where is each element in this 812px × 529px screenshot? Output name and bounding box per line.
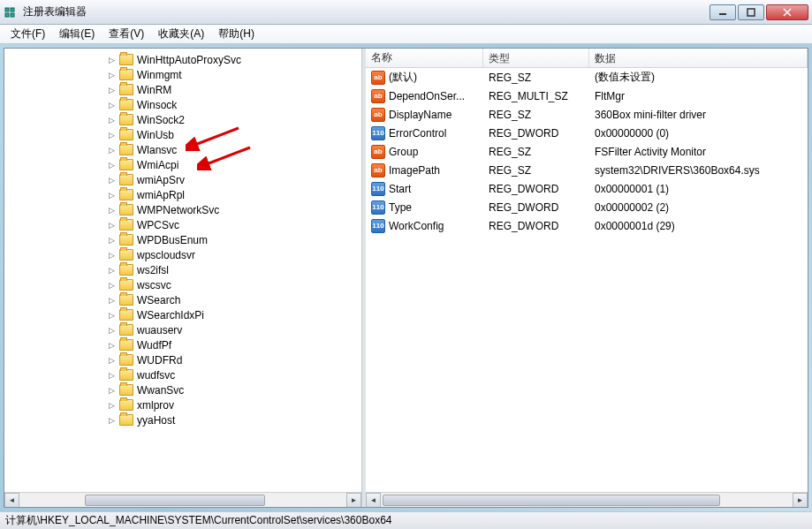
- expand-icon[interactable]: ▷: [107, 266, 116, 275]
- tree-item[interactable]: ▷Winsock: [107, 97, 361, 112]
- tree-label: WinSock2: [137, 114, 185, 126]
- tree-item[interactable]: ▷WwanSvc: [107, 382, 361, 397]
- list-row[interactable]: 110TypeREG_DWORD0x00000002 (2): [366, 198, 808, 216]
- folder-icon: [119, 309, 133, 321]
- expand-icon[interactable]: ▷: [107, 236, 116, 245]
- svg-rect-2: [11, 8, 14, 11]
- expand-icon[interactable]: ▷: [107, 146, 116, 155]
- list-row[interactable]: abDependOnSer...REG_MULTI_SZFltMgr: [366, 87, 808, 105]
- value-data: system32\DRIVERS\360Box64.sys: [589, 162, 808, 178]
- expand-icon[interactable]: ▷: [107, 161, 116, 170]
- scroll-left-button[interactable]: ◄: [366, 493, 381, 508]
- value-type: REG_DWORD: [483, 218, 589, 234]
- expand-icon[interactable]: ▷: [107, 356, 116, 365]
- folder-icon: [119, 69, 133, 80]
- expand-icon[interactable]: ▷: [107, 56, 116, 64]
- tree-item[interactable]: ▷yyaHost: [107, 412, 361, 427]
- tree-item[interactable]: ▷WmiAcpi: [107, 157, 361, 172]
- minimize-button[interactable]: [710, 4, 736, 20]
- tree-item[interactable]: ▷WSearchIdxPi: [107, 307, 361, 322]
- value-name: ErrorControl: [389, 127, 446, 140]
- folder-icon: [119, 399, 133, 411]
- expand-icon[interactable]: ▷: [107, 281, 116, 290]
- tree-item[interactable]: ▷wscsvc: [107, 277, 361, 292]
- window-title: 注册表编辑器: [23, 4, 708, 19]
- tree-item[interactable]: ▷wudfsvc: [107, 367, 361, 382]
- tree-item[interactable]: ▷WinSock2: [107, 112, 361, 127]
- expand-icon[interactable]: ▷: [107, 401, 116, 410]
- tree-item[interactable]: ▷Wlansvc: [107, 142, 361, 157]
- list-pane[interactable]: 名称 类型 数据 ab(默认)REG_SZ(数值未设置)abDependOnSe…: [366, 49, 808, 507]
- menu-view[interactable]: 查看(V): [102, 25, 151, 43]
- folder-icon: [119, 234, 133, 246]
- menu-favorites[interactable]: 收藏夹(A): [151, 25, 211, 43]
- expand-icon[interactable]: ▷: [107, 131, 116, 140]
- expand-icon[interactable]: ▷: [107, 191, 116, 200]
- close-button[interactable]: [766, 4, 808, 20]
- tree-item[interactable]: ▷wmiApSrv: [107, 172, 361, 187]
- expand-icon[interactable]: ▷: [107, 386, 116, 395]
- menu-edit[interactable]: 编辑(E): [52, 25, 102, 43]
- expand-icon[interactable]: ▷: [107, 371, 116, 380]
- expand-icon[interactable]: ▷: [107, 176, 116, 185]
- menubar: 文件(F) 编辑(E) 查看(V) 收藏夹(A) 帮助(H): [0, 25, 812, 44]
- tree-item[interactable]: ▷wuauserv: [107, 322, 361, 337]
- expand-icon[interactable]: ▷: [107, 206, 116, 215]
- tree-label: WSearch: [137, 294, 180, 306]
- list-row[interactable]: 110StartREG_DWORD0x00000001 (1): [366, 179, 808, 198]
- tree-label: yyaHost: [137, 414, 175, 427]
- tree-item[interactable]: ▷WMPNetworkSvc: [107, 202, 361, 217]
- scroll-left-button[interactable]: ◄: [4, 493, 19, 508]
- tree-item[interactable]: ▷Winmgmt: [107, 67, 361, 82]
- expand-icon[interactable]: ▷: [107, 221, 116, 230]
- expand-icon[interactable]: ▷: [107, 296, 116, 305]
- list-row[interactable]: 110WorkConfigREG_DWORD0x0000001d (29): [366, 216, 808, 235]
- expand-icon[interactable]: ▷: [107, 326, 116, 335]
- scroll-thumb[interactable]: [85, 495, 265, 506]
- value-data: FSFilter Activity Monitor: [589, 144, 808, 160]
- tree-item[interactable]: ▷WinUsb: [107, 127, 361, 142]
- tree-item[interactable]: ▷ws2ifsl: [107, 262, 361, 277]
- list-row[interactable]: abGroupREG_SZFSFilter Activity Monitor: [366, 142, 808, 161]
- header-type[interactable]: 类型: [483, 49, 589, 67]
- tree-item[interactable]: ▷WinRM: [107, 82, 361, 97]
- value-name: DisplayName: [389, 109, 452, 121]
- tree-item[interactable]: ▷xmlprov: [107, 397, 361, 412]
- list-row[interactable]: abDisplayNameREG_SZ360Box mini-filter dr…: [366, 105, 808, 124]
- tree-item[interactable]: ▷WPCSvc: [107, 217, 361, 232]
- tree-item[interactable]: ▷wpscloudsvr: [107, 247, 361, 262]
- expand-icon[interactable]: ▷: [107, 311, 116, 320]
- tree-item[interactable]: ▷WPDBusEnum: [107, 232, 361, 247]
- maximize-button[interactable]: [738, 4, 764, 20]
- tree-item[interactable]: ▷WUDFRd: [107, 352, 361, 367]
- scroll-right-button[interactable]: ►: [793, 493, 808, 508]
- expand-icon[interactable]: ▷: [107, 251, 116, 260]
- header-data[interactable]: 数据: [589, 49, 808, 67]
- expand-icon[interactable]: ▷: [107, 86, 116, 94]
- expand-icon[interactable]: ▷: [107, 101, 116, 110]
- value-name: Group: [389, 146, 418, 158]
- tree-hscrollbar[interactable]: ◄ ►: [4, 492, 361, 507]
- menu-file[interactable]: 文件(F): [4, 25, 52, 43]
- scroll-thumb[interactable]: [383, 495, 720, 506]
- list-row[interactable]: 110ErrorControlREG_DWORD0x00000000 (0): [366, 124, 808, 142]
- list-row[interactable]: ab(默认)REG_SZ(数值未设置): [366, 68, 808, 87]
- tree-item[interactable]: ▷wmiApRpl: [107, 187, 361, 202]
- folder-icon: [119, 264, 133, 276]
- scroll-right-button[interactable]: ►: [346, 493, 361, 508]
- expand-icon[interactable]: ▷: [107, 341, 116, 350]
- expand-icon[interactable]: ▷: [107, 116, 116, 125]
- tree-pane[interactable]: ▷WinHttpAutoProxySvc▷Winmgmt▷WinRM▷Winso…: [4, 49, 362, 507]
- tree-item[interactable]: ▷WudfPf: [107, 337, 361, 352]
- expand-icon[interactable]: ▷: [107, 416, 116, 425]
- tree-item[interactable]: ▷WinHttpAutoProxySvc: [107, 52, 361, 67]
- expand-icon[interactable]: ▷: [107, 71, 116, 79]
- header-name[interactable]: 名称: [366, 49, 483, 67]
- menu-help[interactable]: 帮助(H): [211, 25, 262, 43]
- list-hscrollbar[interactable]: ◄ ►: [366, 492, 808, 507]
- titlebar[interactable]: 注册表编辑器: [0, 0, 812, 25]
- registry-tree[interactable]: ▷WinHttpAutoProxySvc▷Winmgmt▷WinRM▷Winso…: [4, 49, 361, 431]
- value-data: 0x00000001 (1): [589, 181, 808, 197]
- tree-item[interactable]: ▷WSearch: [107, 292, 361, 307]
- list-row[interactable]: abImagePathREG_SZsystem32\DRIVERS\360Box…: [366, 161, 808, 179]
